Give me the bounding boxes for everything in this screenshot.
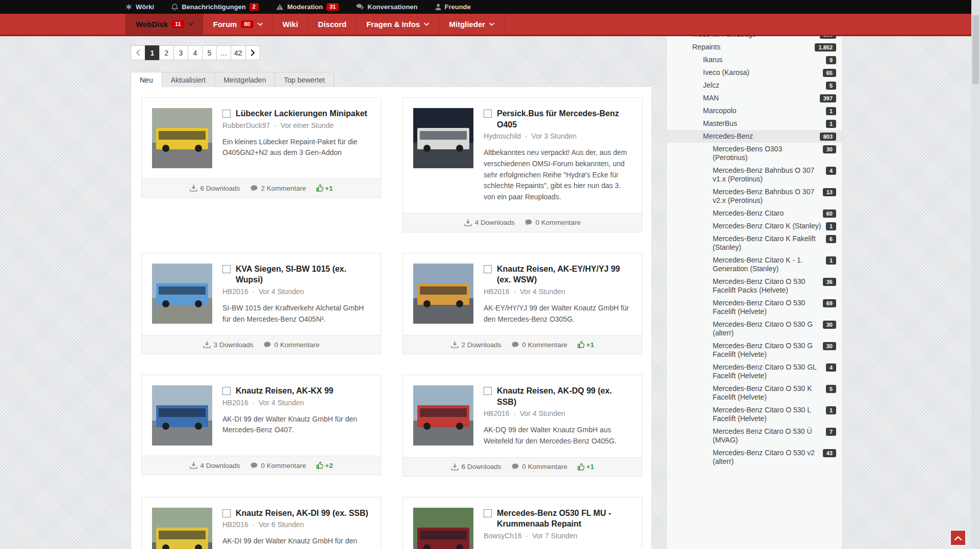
bus-thumbnail-image[interactable] — [152, 108, 212, 168]
sidebar-category-item[interactable]: Mercedes Benz Citaro O 530 Ü (MVAG) 7 — [667, 425, 842, 447]
nav-item-fragen-infos[interactable]: Fragen & Infos — [356, 14, 439, 35]
page-scrollbar[interactable] — [971, 0, 980, 549]
topbar-item-benachrichtigungen[interactable]: Benachrichtigungen 2 — [171, 3, 259, 11]
card-select-checkbox[interactable] — [484, 509, 492, 517]
page-button-42[interactable]: 42 — [231, 45, 246, 60]
comments-stat: 0 Kommentare — [512, 463, 568, 470]
card-author[interactable]: Hydroschild — [484, 132, 521, 140]
download-card: Knautz Reisen, AK-EY/HY/YJ 99 (ex. WSW) … — [403, 253, 642, 355]
nav-item-forum[interactable]: Forum 80 — [203, 14, 272, 35]
comment-icon — [250, 462, 258, 469]
bus-thumbnail-image[interactable] — [413, 508, 473, 549]
sidebar-category-item[interactable]: Mercedes-Bens O303 (Perotinus) 30 — [667, 143, 842, 164]
card-title-link[interactable]: Knautz Reisen, AK-DQ 99 (ex. SSB) — [497, 385, 632, 407]
card-select-checkbox[interactable] — [222, 110, 231, 118]
sidebar-category-item[interactable]: Mercedes-Benz Citaro O 530 L Facelift (H… — [667, 404, 842, 425]
sidebar-category-item[interactable]: Mercedes-Benz Citaro O 530 Facelift (Hel… — [667, 297, 842, 318]
page-button-4[interactable]: 4 — [188, 45, 203, 60]
page-button-2[interactable]: 2 — [159, 45, 174, 60]
card-title-link[interactable]: Lübecker Lackierungen Minipaket — [236, 108, 367, 119]
scrollbar-thumb[interactable] — [972, 15, 979, 84]
card-author[interactable]: HB2016 — [484, 409, 510, 417]
next-page-button[interactable] — [245, 45, 260, 60]
sidebar-category-item[interactable]: Mercedes-Benz Citaro O 530 v2 (alterr) 4… — [667, 447, 842, 468]
card-title-link[interactable]: Knautz Reisen, AK-KX 99 — [236, 385, 333, 397]
bus-thumbnail-image[interactable] — [152, 264, 212, 324]
sidebar-category-item[interactable]: Marcopolo 1 — [667, 104, 842, 117]
card-title-link[interactable]: Knautz Reisen, AK-EY/HY/YJ 99 (ex. WSW) — [497, 264, 632, 285]
topbar-item-freunde[interactable]: Freunde — [435, 3, 471, 11]
card-select-checkbox[interactable] — [222, 509, 231, 517]
card-stats-footer: 2 Downloads 0 Kommentare +1 — [403, 335, 642, 354]
card-title-link[interactable]: Knautz Reisen, AK-DI 99 (ex. SSB) — [236, 508, 368, 519]
page-button-1[interactable]: 1 — [145, 45, 160, 60]
previous-page-button[interactable] — [131, 45, 145, 60]
sidebar-category-item[interactable]: Iveco (Karosa) 65 — [667, 66, 842, 79]
card-timestamp: Vor 6 Stunden — [259, 520, 304, 529]
page-button-3[interactable]: 3 — [173, 45, 188, 60]
sidebar-category-item[interactable]: Mercedes-Benz Citaro 60 — [667, 207, 842, 220]
sidebar-category-item[interactable]: MasterBus 1 — [667, 117, 842, 130]
nav-item-discord[interactable]: Discord — [308, 14, 356, 35]
card-description: Ein kleines Lübecker Repaint-Paket für d… — [222, 137, 370, 159]
comments-stat: 0 Kommentare — [264, 341, 320, 349]
likes-stat: +1 — [577, 463, 594, 470]
card-timestamp: Vor 7 Stunden — [532, 532, 577, 540]
tab-aktualisiert[interactable]: Aktualisiert — [162, 72, 215, 87]
sidebar-category-item[interactable]: Jelcz 5 — [667, 79, 842, 92]
tab-neu[interactable]: Neu — [131, 72, 162, 87]
sidebar-category-item[interactable]: Ikarus 9 — [667, 54, 842, 66]
sidebar-category-item[interactable]: Mercedes-Benz Citaro K (Stanley) 1 — [667, 220, 842, 232]
tab-meistgeladen[interactable]: Meistgeladen — [214, 72, 275, 87]
page-button-5[interactable]: 5 — [202, 45, 217, 60]
sidebar-category-item[interactable]: Mercedes-Benz Citaro O 530 G (alterr) 30 — [667, 318, 842, 339]
card-author[interactable]: HB2016 — [222, 399, 248, 407]
card-select-checkbox[interactable] — [484, 387, 492, 395]
sidebar-category-item[interactable]: Repaints 1.852 — [667, 41, 842, 54]
card-meta: HB2016 · Vor 4 Stunden — [222, 399, 370, 407]
card-author[interactable]: RubberDuck97 — [222, 121, 270, 129]
topbar-item-konversationen[interactable]: Konversationen — [356, 3, 417, 11]
topbar-item-moderation[interactable]: Moderation 31 — [276, 3, 339, 11]
category-count-badge: 397 — [820, 94, 836, 102]
sidebar-category-item[interactable]: Mercedes-Benz Citaro K - 1. Generation (… — [667, 254, 842, 275]
category-count-badge: 30 — [823, 321, 836, 329]
card-select-checkbox[interactable] — [222, 265, 231, 273]
sidebar-category-item[interactable]: Mercedes-Benz Citaro K Fakelift (Stanley… — [667, 232, 842, 254]
sidebar-category-item[interactable]: Mercedes-Benz Citaro O 530 GL Facelift (… — [667, 361, 842, 382]
bus-thumbnail-image[interactable] — [413, 108, 473, 168]
card-author[interactable]: HB2016 — [222, 287, 248, 296]
chevron-up-icon — [954, 533, 962, 542]
sidebar-category-item[interactable]: Mercedes-Benz Citaro O 530 Facelift Pack… — [667, 275, 842, 297]
card-timestamp: Vor 3 Stunden — [532, 132, 577, 140]
nav-item-mitglieder[interactable]: Mitglieder — [439, 14, 505, 35]
card-select-checkbox[interactable] — [222, 387, 231, 395]
file-card-grid: Lübecker Lackierungen Minipaket RubberDu… — [141, 97, 641, 549]
bus-thumbnail-image[interactable] — [152, 385, 212, 446]
sidebar-category-item[interactable]: Mercedes-Benz Bahnbus O 307 v2.x (Peroti… — [667, 186, 842, 207]
sidebar-category-item[interactable]: Mercedes-Benz 803 — [667, 130, 842, 143]
sidebar-category-item[interactable]: MAN 397 — [667, 92, 842, 104]
card-title-link[interactable]: Mercedes-Benz O530 FL MU - Krummenaab Re… — [497, 508, 632, 530]
tab-top-bewertet[interactable]: Top bewertet — [274, 72, 334, 87]
nav-item-wiki[interactable]: Wiki — [272, 14, 308, 35]
sidebar-category-item[interactable]: Mercedes-Benz Citaro O 530 K Facelift (H… — [667, 382, 842, 404]
card-author[interactable]: HB2016 — [222, 520, 248, 529]
bus-thumbnail-image[interactable] — [413, 385, 473, 446]
scroll-to-top-button[interactable] — [950, 530, 966, 546]
page-button-…[interactable]: … — [216, 45, 231, 60]
sidebar-category-item[interactable]: Mercedes-Benz Bahnbus O 307 v1.x (Peroti… — [667, 164, 842, 186]
downloads-stat: 6 Downloads — [190, 185, 240, 192]
card-author[interactable]: HB2016 — [484, 287, 510, 296]
card-select-checkbox[interactable] — [484, 110, 492, 118]
card-title-link[interactable]: Persick.Bus für Mercedes-Benz O405 — [497, 108, 632, 130]
topbar-item-w-rki[interactable]: Wörki — [125, 3, 154, 11]
nav-item-webdisk[interactable]: WebDisk 11 — [125, 14, 203, 35]
card-author[interactable]: BowsyCh16 — [484, 532, 522, 540]
chevron-down-icon — [424, 22, 429, 26]
card-title-link[interactable]: KVA Siegen, SI-BW 1015 (ex. Wupsi) — [236, 264, 370, 285]
sidebar-category-item[interactable]: Mercedes-Benz Citaro O 530 G Facelift (H… — [667, 339, 842, 361]
bus-thumbnail-image[interactable] — [413, 264, 473, 324]
bus-thumbnail-image[interactable] — [152, 508, 212, 549]
card-select-checkbox[interactable] — [484, 265, 492, 273]
